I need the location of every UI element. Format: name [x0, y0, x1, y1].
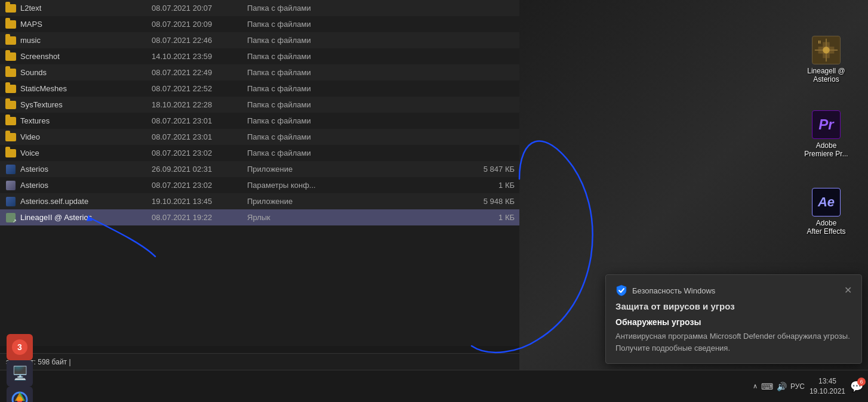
svg-point-5 — [823, 47, 830, 54]
tray-up-arrow[interactable]: ∧ — [753, 382, 758, 390]
file-type: Папка с файлами — [247, 132, 467, 141]
file-name: L2text — [20, 4, 152, 13]
file-type: Приложение — [247, 165, 467, 174]
premiere-icon-image: Pr — [812, 110, 841, 139]
file-type: Папка с файлами — [247, 52, 467, 61]
notification-header: Безопасность Windows ✕ — [615, 285, 852, 296]
file-icon — [5, 2, 17, 14]
file-icon — [5, 180, 17, 191]
file-icon — [5, 18, 17, 30]
file-name: Asterios — [20, 181, 152, 190]
file-size: 1 КБ — [467, 181, 515, 190]
file-row[interactable]: LineageII @ Asterios 08.07.2021 19:22 Яр… — [0, 209, 519, 225]
file-date: 18.10.2021 22:28 — [152, 100, 247, 109]
taskbar-app-1[interactable]: 3 — [7, 334, 33, 360]
file-type: Папка с файлами — [247, 36, 467, 45]
aftereffects-icon-image: Ae — [812, 188, 841, 217]
file-date: 26.09.2021 02:31 — [152, 165, 247, 174]
file-row[interactable]: Asterios 08.07.2021 23:02 Параметры конф… — [0, 177, 519, 193]
chat-badge-count: 6 — [857, 378, 866, 386]
desktop-icon-aftereffects[interactable]: Ae AdobeAfter Effects — [802, 188, 850, 236]
lineage-icon-image: II — [812, 36, 841, 64]
file-date: 08.07.2021 22:49 — [152, 68, 247, 77]
file-row[interactable]: Sounds 08.07.2021 22:49 Папка с файлами — [0, 64, 519, 81]
file-name: MAPS — [20, 20, 152, 29]
file-date: 19.10.2021 13:45 — [152, 197, 247, 206]
premiere-pr-text: Pr — [818, 116, 833, 133]
file-row[interactable]: Textures 08.07.2021 23:01 Папка с файлам… — [0, 113, 519, 129]
notification-title-area: Безопасность Windows — [615, 285, 715, 296]
file-name: Asterios — [20, 165, 152, 174]
file-row[interactable]: Voice 08.07.2021 23:02 Папка с файлами — [0, 145, 519, 161]
ae-icon-label: AdobeAfter Effects — [807, 219, 845, 236]
file-icon — [5, 212, 17, 224]
notification-close-button[interactable]: ✕ — [844, 286, 852, 295]
file-row[interactable]: MAPS 08.07.2021 20:09 Папка с файлами — [0, 16, 519, 32]
file-icon — [5, 99, 17, 111]
file-row[interactable]: Asterios 26.09.2021 02:31 Приложение 5 8… — [0, 161, 519, 177]
file-date: 08.07.2021 20:07 — [152, 4, 247, 13]
file-row[interactable]: Asterios.self.update 19.10.2021 13:45 Пр… — [0, 193, 519, 209]
chat-badge[interactable]: 💬 6 — [850, 380, 863, 393]
file-date: 08.07.2021 23:01 — [152, 116, 247, 125]
file-icon — [5, 163, 17, 175]
file-name: StaticMeshes — [20, 84, 152, 93]
file-name: Voice — [20, 149, 152, 157]
file-icon — [5, 131, 17, 143]
svg-text:II: II — [818, 39, 821, 45]
lineage-icon-label: Lineagell @Asterios — [807, 67, 845, 84]
taskbar-app-3[interactable] — [7, 386, 33, 403]
file-type: Папка с файлами — [247, 116, 467, 125]
file-type: Папка с файлами — [247, 68, 467, 77]
file-row[interactable]: music 08.07.2021 22:46 Папка с файлами — [0, 32, 519, 48]
file-icon — [5, 147, 17, 159]
file-name: music — [20, 36, 152, 45]
file-type: Папка с файлами — [247, 4, 467, 13]
file-size: 5 948 КБ — [467, 197, 515, 206]
file-name: Sounds — [20, 68, 152, 77]
status-bar: элемент: 598 байт | — [0, 353, 519, 370]
file-list: L2text 08.07.2021 20:07 Папка с файлами … — [0, 0, 519, 225]
taskbar-app-2[interactable]: 🖥️ — [7, 360, 33, 386]
file-date: 08.07.2021 23:02 — [152, 181, 247, 190]
desktop-icon-premiere[interactable]: Pr AdobePremiere Pr... — [802, 110, 850, 159]
file-date: 08.07.2021 19:22 — [152, 213, 247, 222]
tray-language: РУС — [790, 382, 805, 391]
notification-main-title: Защита от вирусов и угроз — [615, 301, 852, 311]
taskbar-apps: 3 🖥️ — [5, 334, 35, 403]
file-row[interactable]: StaticMeshes 08.07.2021 22:52 Папка с фа… — [0, 81, 519, 97]
taskbar-tray: ∧ ⌨ 🔊 РУС — [753, 382, 805, 391]
file-type: Папка с файлами — [247, 84, 467, 93]
file-date: 08.07.2021 23:01 — [152, 132, 247, 141]
file-type: Папка с файлами — [247, 100, 467, 109]
file-name: SysTextures — [20, 100, 152, 109]
file-name: Screenshot — [20, 52, 152, 61]
desktop-icon-lineage[interactable]: II Lineagell @Asterios — [802, 36, 850, 84]
file-date: 08.07.2021 22:46 — [152, 36, 247, 45]
file-row[interactable]: L2text 08.07.2021 20:07 Папка с файлами — [0, 0, 519, 16]
file-type: Параметры конф... — [247, 181, 467, 190]
file-date: 08.07.2021 23:02 — [152, 149, 247, 157]
clock-area: 13:45 19.10.2021 — [809, 376, 845, 397]
file-icon — [5, 196, 17, 208]
file-date: 14.10.2021 23:59 — [152, 52, 247, 61]
notification-body-text: Антивирусная программа Microsoft Defende… — [615, 330, 852, 354]
file-row[interactable]: Screenshot 14.10.2021 23:59 Папка с файл… — [0, 48, 519, 64]
file-type: Папка с файлами — [247, 20, 467, 29]
file-name: Asterios.self.update — [20, 197, 152, 206]
ae-text: Ae — [818, 194, 835, 210]
file-icon — [5, 35, 17, 47]
file-size: 5 847 КБ — [467, 165, 515, 174]
file-size: 1 КБ — [467, 213, 515, 222]
svg-text:3: 3 — [17, 342, 22, 352]
file-row[interactable]: Video 08.07.2021 23:01 Папка с файлами — [0, 129, 519, 145]
file-row[interactable]: SysTextures 18.10.2021 22:28 Папка с фай… — [0, 97, 519, 113]
file-icon — [5, 67, 17, 79]
taskbar: 3 🖥️ ∧ ⌨ 🔊 РУС 13:45 19.10.2021 💬 6 — [0, 370, 868, 402]
file-date: 08.07.2021 22:52 — [152, 84, 247, 93]
defender-icon — [615, 285, 627, 296]
file-type: Ярлык — [247, 213, 467, 222]
file-explorer: L2text 08.07.2021 20:07 Папка с файлами … — [0, 0, 519, 346]
clock-date: 19.10.2021 — [809, 386, 845, 397]
notification-threat-title: Обнаружены угрозы — [615, 317, 852, 327]
